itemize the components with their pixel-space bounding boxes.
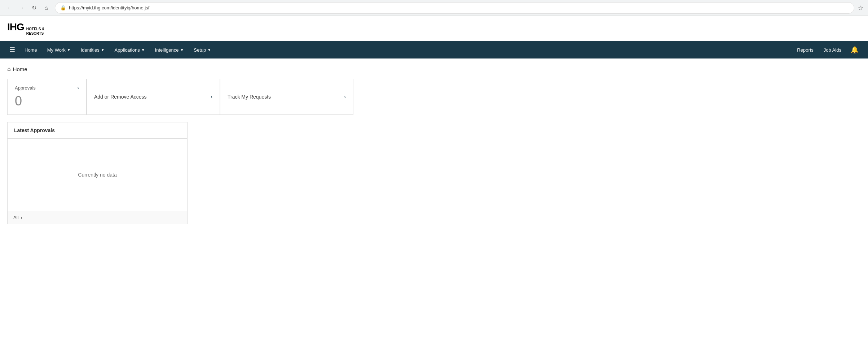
my-work-chevron-icon: ▼ [67,48,71,52]
latest-approvals-body: Currently no data [8,139,187,211]
cards-row: Approvals › 0 Add or Remove Access › Tra… [7,79,861,115]
applications-chevron-icon: ▼ [141,48,145,52]
reload-button[interactable]: ↻ [29,3,39,13]
nav-intelligence-label: Intelligence [155,47,179,53]
browser-chrome: ← → ↻ ⌂ 🔒 https://myid.ihg.com/identityi… [0,0,868,16]
all-label: All [13,215,18,220]
nav-setup-label: Setup [194,47,206,53]
identities-chevron-icon: ▼ [101,48,105,52]
back-button[interactable]: ← [4,3,14,13]
latest-approvals-footer[interactable]: All › [8,211,187,224]
nav-bar: ☰ Home My Work ▼ Identities ▼ Applicatio… [0,41,868,58]
page-content: ⌂ Home Approvals › 0 Add or Remove Acces… [0,58,868,231]
nav-job-aids[interactable]: Job Aids [819,42,846,58]
latest-approvals-header: Latest Approvals [8,122,187,139]
breadcrumb: ⌂ Home [7,66,861,72]
logo-subtitle-line2: RESORTS [26,31,45,36]
home-breadcrumb-icon: ⌂ [7,66,11,72]
latest-approvals-panel: Latest Approvals Currently no data All › [7,122,188,224]
nav-setup[interactable]: Setup ▼ [189,42,215,58]
add-remove-access-label: Add or Remove Access [94,94,147,100]
approvals-card-chevron-icon: › [77,85,79,91]
track-my-requests-card[interactable]: Track My Requests › [220,79,353,115]
setup-chevron-icon: ▼ [207,48,211,52]
nav-my-work[interactable]: My Work ▼ [43,42,75,58]
logo-subtitle-line1: HOTELS & [26,27,45,31]
latest-approvals-empty-message: Currently no data [78,172,116,178]
security-icon: 🔒 [60,5,66,10]
add-remove-access-card[interactable]: Add or Remove Access › [87,79,220,115]
nav-right: Reports Job Aids 🔔 [793,42,862,58]
track-my-requests-label: Track My Requests [228,94,271,100]
app-header: IHG HOTELS & RESORTS [0,16,868,41]
approvals-count: 0 [15,94,79,109]
all-chevron-icon: › [21,215,22,220]
nav-left: ☰ Home My Work ▼ Identities ▼ Applicatio… [6,42,215,58]
forward-button[interactable]: → [17,3,27,13]
browser-actions: ☆ [858,4,864,12]
breadcrumb-label: Home [13,66,27,72]
approvals-card[interactable]: Approvals › 0 [7,79,87,115]
logo: IHG HOTELS & RESORTS [7,21,44,36]
nav-home-label: Home [25,47,37,53]
add-remove-access-chevron-icon: › [211,94,212,100]
nav-applications-label: Applications [115,47,140,53]
approvals-card-title-row: Approvals › [15,85,79,91]
hamburger-menu-button[interactable]: ☰ [6,43,19,57]
track-my-requests-chevron-icon: › [344,94,346,100]
nav-applications[interactable]: Applications ▼ [110,42,149,58]
intelligence-chevron-icon: ▼ [180,48,184,52]
url-text: https://myid.ihg.com/identityiq/home.jsf [69,5,849,10]
home-button[interactable]: ⌂ [41,3,51,13]
nav-identities-label: Identities [81,47,100,53]
approvals-card-title: Approvals [15,85,36,91]
address-bar[interactable]: 🔒 https://myid.ihg.com/identityiq/home.j… [55,2,854,14]
nav-identities[interactable]: Identities ▼ [76,42,109,58]
bookmark-icon[interactable]: ☆ [858,4,864,12]
notifications-bell-icon[interactable]: 🔔 [847,43,862,57]
logo-subtitle: HOTELS & RESORTS [26,27,45,36]
nav-reports[interactable]: Reports [793,42,818,58]
browser-nav-buttons: ← → ↻ ⌂ [4,3,51,13]
nav-intelligence[interactable]: Intelligence ▼ [151,42,188,58]
nav-home[interactable]: Home [20,42,41,58]
nav-my-work-label: My Work [47,47,66,53]
logo-ihg-text: IHG [7,21,24,33]
